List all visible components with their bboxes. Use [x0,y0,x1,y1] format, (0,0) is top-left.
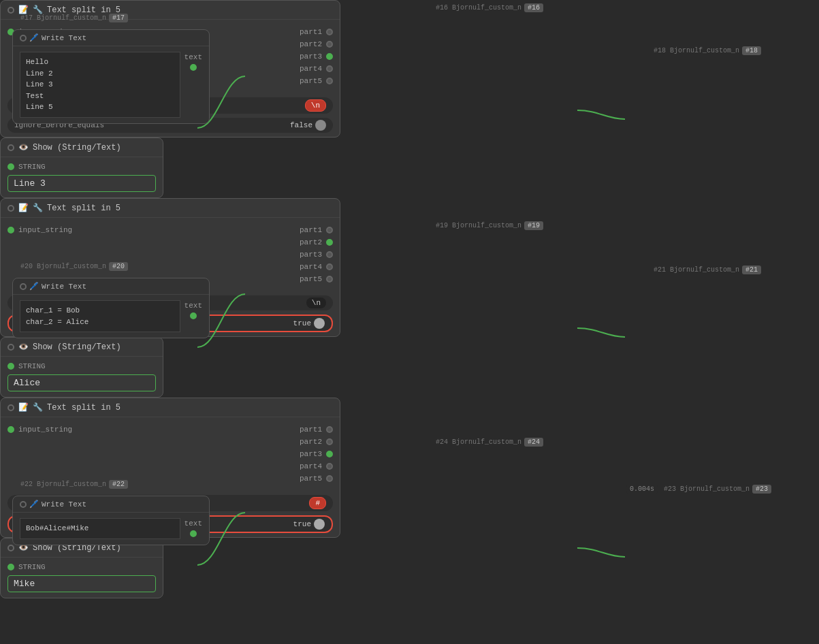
output-port-part5-19[interactable] [326,276,333,283]
group-label-20: #20 Bjornulf_custom_n #20 [20,262,128,271]
write-text-body-20: char_1 = Bob char_2 = Alice text [13,295,209,338]
split-inputs-19: input_string [1,223,293,286]
write-text-emoji-20: 🖊️ [29,282,39,291]
write-text-content-22[interactable]: Bob#Alice#Mike [20,518,180,539]
string-value-18: Line 3 [7,175,156,192]
status-dot-21 [7,344,14,351]
delimiter-value-24[interactable]: # [309,497,326,509]
string-label-23: STRING [18,563,46,571]
output-port-part5-24[interactable] [326,475,333,482]
group-label-23: #23 Bjornulf_custom_n #23 [664,485,771,494]
output-port-row-part4-24: part4 [300,462,333,470]
delimiter-value-16[interactable]: \n [305,99,326,112]
output-port-part1-19[interactable] [326,227,333,234]
status-dot-split-16 [7,7,14,14]
string-value-23: Mike [7,575,156,592]
output-port-part1-16[interactable] [326,29,333,35]
output-port-row-part1-24: part1 [300,425,333,434]
toggle-false-16[interactable]: false [290,120,326,131]
group-label-18: #18 Bjornulf_custom_n #18 [654,46,761,55]
output-port-row-part4-16: part4 [300,65,333,73]
output-port-row-part5-19: part5 [300,275,333,283]
string-label-21: STRING [18,362,46,370]
output-port-row-part3-16: part3 [300,52,333,61]
write-text-emoji-17: 🖊️ [29,33,39,42]
output-port-part5-16[interactable] [326,78,333,84]
output-port-part3-19[interactable] [326,251,333,258]
output-port-row-part5-24: part5 [300,474,333,483]
split-header-19: 📝 🔧 Text split in 5 [1,199,340,218]
delimiter-value-19[interactable]: \n [306,297,326,308]
group-label-19: #19 Bjornulf_custom_n #19 [436,221,543,230]
split-title-24: Text split in 5 [47,403,121,413]
split-header-24: 📝 🔧 Text split in 5 [1,398,340,417]
group-label-22: #22 Bjornulf_custom_n #22 [20,480,128,489]
write-text-header-20: 🖊️ Write Text [13,278,209,295]
output-port-part3-24[interactable] [326,451,333,457]
split-inputs-24: input_string [1,423,293,485]
output-port-row-part5-16: part5 [300,77,333,85]
group-label-21: #21 Bjornulf_custom_n #21 [654,265,761,274]
output-port-part2-24[interactable] [326,438,333,445]
input-port-row-24: input_string [7,425,286,434]
output-port-part1-24[interactable] [326,426,333,433]
show-title-21: Show (String/Text) [33,342,121,352]
status-dot-split-19 [7,205,14,212]
show-node-18: 👁️ Show (String/Text) STRING Line 3 [0,138,163,198]
output-port-row-part2-19: part2 [300,238,333,246]
write-text-body-17: Hello Line 2 Line 3 Test Line 5 text [13,46,209,123]
write-text-content-17[interactable]: Hello Line 2 Line 3 Test Line 5 [20,52,180,118]
output-port-row-part1-16: part1 [300,28,333,36]
output-port-part3-16[interactable] [326,53,333,60]
write-text-node-22: 🖊️ Write Text Bob#Alice#Mike text [12,496,210,545]
group-label-16: #16 Bjornulf_custom_n #16 [436,3,543,12]
show-emoji-21: 👁️ [18,342,29,352]
write-text-emoji-22: 🖊️ [29,500,39,509]
show-node-21: 👁️ Show (String/Text) STRING Alice [0,337,163,398]
output-port-22[interactable] [190,530,197,537]
output-label-20: text [184,302,202,310]
toggle-knob-19 [314,318,325,329]
output-port-row-part1-19: part1 [300,226,333,234]
input-port-19[interactable] [7,227,14,234]
output-port-row-part2-16: part2 [300,40,333,48]
split-title-19: Text split in 5 [47,204,121,213]
split-emoji1-24: 📝 [18,402,29,413]
string-row-23: STRING [7,563,156,571]
toggle-true-24[interactable]: true [293,519,325,530]
status-dot-20 [20,283,27,290]
status-dot-22 [20,501,27,508]
toggle-true-19[interactable]: true [293,318,325,329]
show-body-23: STRING Mike [1,558,163,598]
output-port-row-part4-19: part4 [300,263,333,271]
show-title-18: Show (String/Text) [33,143,121,152]
output-port-part4-24[interactable] [326,463,333,470]
string-row-21: STRING [7,362,156,370]
split-emoji1-19: 📝 [18,203,29,213]
output-port-part4-16[interactable] [326,65,333,72]
write-text-title-22: Write Text [42,500,86,509]
string-input-port-23[interactable] [7,564,14,570]
status-dot-18 [7,144,14,151]
output-port-part2-19[interactable] [326,239,333,246]
string-input-port-18[interactable] [7,163,14,170]
string-input-port-21[interactable] [7,363,14,370]
split-outputs-16: part1 part2 part3 part4 part5 [293,25,340,88]
show-body-18: STRING Line 3 [1,157,163,197]
output-port-row-part2-24: part2 [300,438,333,446]
write-text-header-17: 🖊️ Write Text [13,30,209,46]
output-port-20[interactable] [190,312,197,319]
output-port-part2-16[interactable] [326,41,333,48]
status-dot-17 [20,35,27,42]
split-outputs-24: part1 part2 part3 part4 part5 [293,423,340,485]
status-dot-split-24 [7,404,14,411]
group-label-24: #24 Bjornulf_custom_n #24 [436,438,543,447]
toggle-knob-16 [315,120,326,131]
output-port-17[interactable] [190,64,197,71]
output-port-part4-19[interactable] [326,263,333,270]
split-emoji2-24: 🔧 [33,402,43,413]
string-row-18: STRING [7,163,156,171]
write-text-content-20[interactable]: char_1 = Bob char_2 = Alice [20,300,180,332]
output-port-row-part3-24: part3 [300,450,333,458]
input-port-24[interactable] [7,426,14,433]
